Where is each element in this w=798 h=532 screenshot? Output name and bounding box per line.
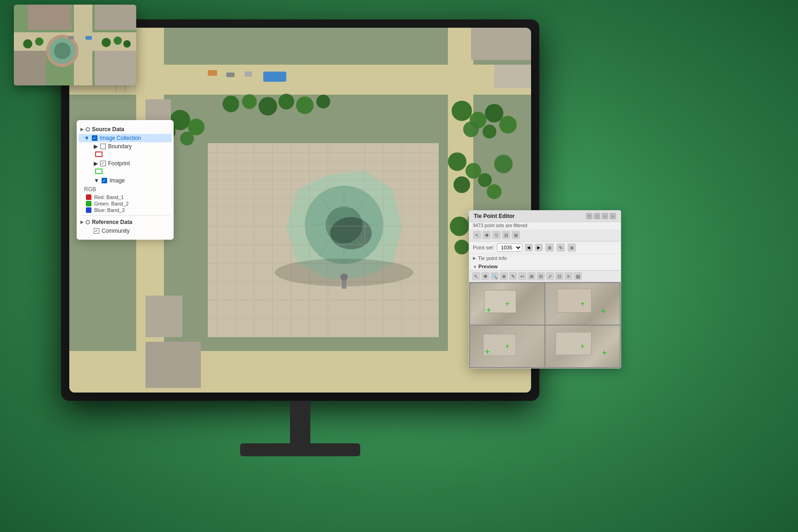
tpe-prev-tool9[interactable]: ⤢ [546, 272, 554, 280]
tpe-prev-tool1[interactable]: ↖ [472, 272, 480, 280]
crosshair-br: + [602, 348, 607, 358]
svg-point-102 [35, 37, 43, 46]
community-item[interactable]: ✓ Community [77, 227, 174, 235]
preview-building-br [556, 332, 592, 355]
tpe-prev-tool7[interactable]: ⊞ [527, 272, 536, 280]
tpe-move-icon[interactable]: ✥ [483, 231, 491, 239]
tpe-preview-row[interactable]: ▼ Preview [469, 262, 621, 271]
green-band-label: Green: Band_2 [94, 201, 129, 206]
svg-rect-100 [95, 51, 136, 85]
image-checkbox[interactable]: ✓ [102, 178, 107, 183]
tpe-nav-icon1[interactable]: ⊕ [545, 243, 554, 252]
tpe-prev-tool11[interactable]: ≡ [564, 272, 573, 280]
svg-point-50 [223, 96, 239, 112]
expand-source-icon: ▶ [80, 127, 84, 132]
svg-rect-86 [226, 73, 235, 77]
tie-point-editor: Tie Point Editor ? □ − × 9473 point sets… [469, 210, 621, 369]
source-data-label: Source Data [92, 126, 124, 133]
tpe-filter-icon[interactable]: ▽ [492, 231, 501, 239]
tpe-nav-icon3[interactable]: ⊗ [568, 243, 576, 252]
tpe-close-btn[interactable]: × [610, 213, 616, 219]
svg-rect-79 [145, 296, 182, 337]
red-band-label: Red: Band_1 [94, 194, 124, 200]
tpe-preview-label-text: Preview [478, 264, 498, 269]
svg-point-53 [278, 94, 294, 109]
svg-point-62 [448, 152, 466, 171]
reference-data-label: Reference Data [92, 219, 132, 225]
tpe-preview-cell-tr: + [545, 283, 620, 325]
footprint-checkbox[interactable]: ✓ [100, 161, 106, 166]
crosshair-tr: + [601, 307, 606, 316]
svg-rect-87 [245, 72, 252, 77]
svg-point-104 [114, 36, 122, 45]
tpe-tie-point-info-row[interactable]: ▶ Tie point info [469, 254, 621, 262]
svg-point-60 [483, 125, 496, 139]
red-band-row: Red: Band_1 [77, 194, 174, 200]
source-data-icon: ⬡ [85, 127, 90, 133]
image-collection-item[interactable]: ▼ ✓ Image Collection [79, 134, 172, 142]
svg-point-66 [494, 155, 513, 173]
tpe-prev-tool3[interactable]: 🔍 [490, 272, 499, 280]
svg-point-49 [180, 132, 194, 145]
svg-point-65 [478, 173, 492, 187]
tpe-float-btn[interactable]: □ [594, 213, 600, 219]
layer-panel: ▶ ⬡ Source Data ▼ ✓ Image Collection ▶ B… [77, 120, 174, 240]
tpe-nav-icon2[interactable]: ✎ [556, 243, 565, 252]
monitor-stand-base [240, 443, 360, 456]
tpe-prev-tool4[interactable]: ⊕ [500, 272, 508, 280]
boundary-label: Boundary [108, 143, 132, 150]
reference-data-header[interactable]: ▶ ⬡ Reference Data [77, 218, 174, 227]
expand-image-icon: ▼ [94, 177, 99, 184]
blue-band-row: Blue: Band_3 [77, 207, 174, 213]
tpe-header: Tie Point Editor ? □ − × [469, 211, 621, 222]
svg-rect-99 [95, 5, 136, 30]
tpe-prev-tool5[interactable]: ✎ [509, 272, 517, 280]
layer-divider [80, 215, 170, 216]
svg-rect-83 [494, 65, 531, 88]
red-band-color [86, 194, 91, 200]
svg-point-51 [242, 94, 257, 109]
expand-boundary-icon: ▶ [94, 143, 98, 150]
tpe-preview-cell-br: + [545, 326, 620, 367]
svg-rect-8 [69, 351, 531, 393]
boundary-checkbox[interactable] [100, 144, 106, 149]
image-item[interactable]: ▼ ✓ Image [77, 176, 174, 185]
tpe-back-btn[interactable]: ◀ [525, 244, 532, 251]
tpe-status-text: 9473 point sets are filtered [469, 222, 621, 229]
svg-point-55 [316, 95, 330, 109]
tpe-filter3-icon[interactable]: ⊞ [512, 231, 520, 239]
tpe-prev-tool6[interactable]: ↩ [518, 272, 526, 280]
svg-rect-84 [263, 72, 286, 82]
boundary-item[interactable]: ▶ Boundary [77, 142, 174, 151]
tpe-point-set-label: Point set: [473, 245, 494, 250]
tpe-preview-cell-tl: + [470, 283, 544, 325]
svg-point-71 [454, 240, 469, 254]
tpe-filter2-icon[interactable]: ⊟ [502, 231, 510, 239]
tpe-pointer-icon[interactable]: ↖ [473, 231, 481, 239]
tpe-point-set-select[interactable]: 1035 [497, 243, 522, 252]
footprint-color-swatch [95, 169, 103, 174]
footprint-item[interactable]: ▶ ✓ Footprint [77, 159, 174, 168]
tpe-header-controls: ? □ − × [586, 213, 616, 219]
tpe-prev-tool10[interactable]: ⊡ [555, 272, 563, 280]
footprint-swatch-row [77, 169, 174, 175]
source-data-header[interactable]: ▶ ⬡ Source Data [77, 125, 174, 134]
tpe-min-btn[interactable]: − [602, 213, 608, 219]
tpe-forward-btn[interactable]: ▶ [535, 244, 543, 251]
svg-point-103 [102, 38, 111, 47]
blue-band-color [86, 207, 91, 213]
expand-ic-icon: ▼ [84, 135, 90, 141]
image-collection-checkbox[interactable]: ✓ [92, 135, 97, 141]
tpe-tie-point-info-label: Tie point info [478, 255, 507, 261]
community-label: Community [102, 228, 130, 234]
monitor-stand-neck [290, 401, 310, 447]
tpe-prev-tool2[interactable]: ✥ [481, 272, 490, 280]
svg-rect-98 [14, 51, 46, 85]
community-checkbox[interactable]: ✓ [94, 228, 99, 234]
svg-rect-78 [145, 342, 201, 388]
tpe-prev-tool8[interactable]: ⊟ [537, 272, 545, 280]
tpe-main-toolbar: ↖ ✥ ▽ ⊟ ⊞ [469, 229, 621, 242]
tpe-help-btn[interactable]: ? [586, 213, 592, 219]
svg-point-59 [463, 121, 479, 137]
tpe-prev-tool12[interactable]: ▤ [574, 272, 582, 280]
